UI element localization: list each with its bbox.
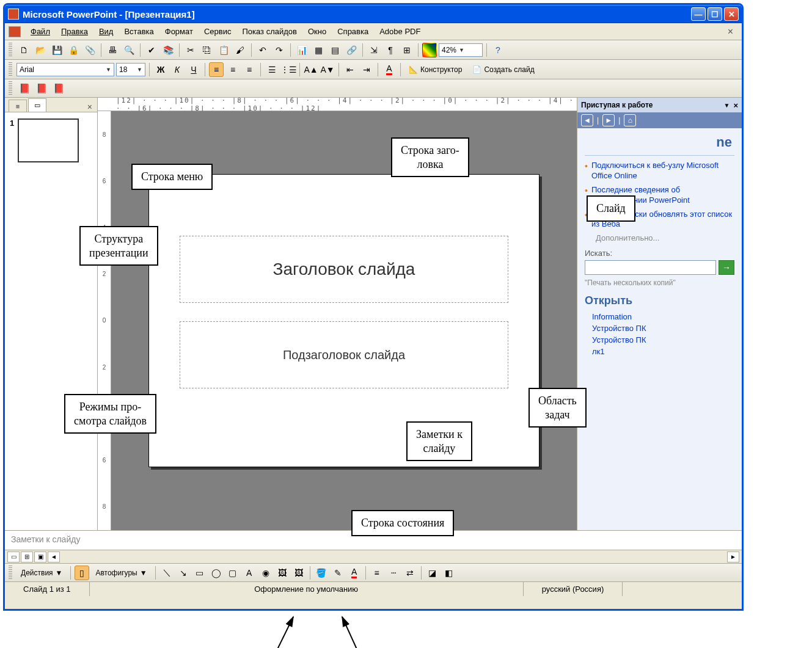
nav-home-icon[interactable]: ⌂ <box>624 114 636 126</box>
pdf-convert-icon[interactable]: 📕 <box>17 82 32 95</box>
maximize-button[interactable]: ☐ <box>708 7 722 21</box>
line-icon[interactable]: ＼ <box>159 566 174 580</box>
grid-icon[interactable]: ⊞ <box>400 43 414 57</box>
nav-back-icon[interactable]: ◄ <box>581 114 593 126</box>
bold-icon[interactable]: Ж <box>153 62 168 77</box>
help-icon[interactable]: ? <box>491 43 505 57</box>
recent-file[interactable]: Устройство ПК <box>592 335 734 344</box>
status-language[interactable]: русский (Россия) <box>524 582 623 596</box>
zoom-combo[interactable]: 42%▼ <box>439 43 483 57</box>
recent-file[interactable]: Information <box>592 312 734 321</box>
pdf-email-icon[interactable]: 📕 <box>34 82 49 95</box>
font-combo[interactable]: Arial▼ <box>16 63 114 76</box>
oval-icon[interactable]: ◯ <box>209 566 224 580</box>
subtitle-placeholder[interactable]: Подзаголовок слайда <box>180 321 508 388</box>
font-size-combo[interactable]: 18▼ <box>116 63 145 76</box>
rectangle-icon[interactable]: ▭ <box>192 566 207 580</box>
fill-color-icon[interactable]: 🪣 <box>314 566 329 580</box>
toolbar-grip[interactable] <box>9 566 12 580</box>
chart-icon[interactable]: 📊 <box>294 43 309 57</box>
copy-icon[interactable]: ⿻ <box>200 43 214 57</box>
font-color-icon[interactable]: A <box>382 62 397 77</box>
align-center-icon[interactable]: ≡ <box>225 62 240 77</box>
increase-indent-icon[interactable]: ⇥ <box>359 62 374 77</box>
color-icon[interactable] <box>422 43 437 57</box>
task-pane-close-icon[interactable]: × <box>733 101 738 110</box>
toolbar-grip[interactable] <box>9 43 12 57</box>
design-button[interactable]: 📐 Конструктор <box>404 62 466 77</box>
normal-view-button[interactable]: ▭ <box>7 552 20 562</box>
scroll-left-button[interactable]: ◄ <box>48 552 60 562</box>
new-slide-button[interactable]: 📄 Создать слайд <box>468 62 538 77</box>
line-style-icon[interactable]: ≡ <box>370 566 384 580</box>
new-icon[interactable]: 🗋 <box>16 43 31 57</box>
link-more[interactable]: Дополнительно... <box>596 233 734 242</box>
app-icon-small[interactable] <box>9 26 21 37</box>
3d-icon[interactable]: ◧ <box>442 566 456 580</box>
show-formatting-icon[interactable]: ¶ <box>383 43 398 57</box>
close-button[interactable]: ✕ <box>724 7 739 21</box>
arrow-icon[interactable]: ↘ <box>176 566 191 580</box>
recent-file[interactable]: лк1 <box>592 347 734 356</box>
paste-icon[interactable]: 📋 <box>216 43 231 57</box>
clipart-icon[interactable]: 🖼 <box>275 566 290 580</box>
menu-view[interactable]: Вид <box>94 25 119 38</box>
scroll-right-button[interactable]: ► <box>727 552 739 562</box>
bullets-icon[interactable]: ⋮☰ <box>281 62 296 77</box>
decrease-indent-icon[interactable]: ⇤ <box>343 62 357 77</box>
menu-file[interactable]: Файл <box>26 25 55 38</box>
menu-insert[interactable]: Вставка <box>119 25 158 38</box>
increase-font-icon[interactable]: A▲ <box>304 62 318 77</box>
diagram-icon[interactable]: ◉ <box>258 566 273 580</box>
menu-window[interactable]: Окно <box>303 25 331 38</box>
close-document-button[interactable]: × <box>723 26 738 37</box>
title-placeholder[interactable]: Заголовок слайда <box>180 236 508 303</box>
slide-canvas[interactable]: Заголовок слайда Подзаголовок слайда <box>148 174 540 467</box>
attach-icon[interactable]: 📎 <box>82 43 97 57</box>
link-connect-office-online[interactable]: •Подключиться к веб-узлу Microsoft Offic… <box>585 161 734 181</box>
open-icon[interactable]: 📂 <box>33 43 48 57</box>
pdf-review-icon[interactable]: 📕 <box>51 82 66 95</box>
arrow-style-icon[interactable]: ⇄ <box>403 566 417 580</box>
picture-icon[interactable]: 🖼 <box>291 566 306 580</box>
task-pane-header[interactable]: Приступая к работе ▼ × <box>577 98 742 112</box>
undo-icon[interactable]: ↶ <box>255 43 270 57</box>
menu-slideshow[interactable]: Показ слайдов <box>237 25 302 38</box>
hyperlink-icon[interactable]: 🔗 <box>344 43 359 57</box>
dash-style-icon[interactable]: ┄ <box>386 566 401 580</box>
search-input[interactable] <box>585 260 716 275</box>
sorter-view-button[interactable]: ⊞ <box>21 552 33 562</box>
recent-file[interactable]: Устройство ПК <box>592 324 734 333</box>
slideshow-view-button[interactable]: ▣ <box>34 552 46 562</box>
menu-adobe-pdf[interactable]: Adobe PDF <box>375 25 425 38</box>
font-color-icon[interactable]: A <box>347 566 362 580</box>
actions-menu[interactable]: Действия ▼ <box>16 566 67 580</box>
align-left-icon[interactable]: ≡ <box>209 62 224 77</box>
print-icon[interactable]: 🖶 <box>105 43 120 57</box>
table-icon[interactable]: ▦ <box>311 43 326 57</box>
slide-thumbnail[interactable] <box>18 118 79 162</box>
select-icon[interactable]: ▯ <box>75 566 89 580</box>
tab-outline[interactable]: ≡ <box>9 100 27 112</box>
textbox-icon[interactable]: ▢ <box>225 566 240 580</box>
tables-borders-icon[interactable]: ▤ <box>327 43 342 57</box>
task-pane-dropdown-icon[interactable]: ▼ <box>724 102 730 109</box>
redo-icon[interactable]: ↷ <box>272 43 287 57</box>
wordart-icon[interactable]: A <box>242 566 257 580</box>
search-go-button[interactable]: → <box>719 260 734 275</box>
align-right-icon[interactable]: ≡ <box>242 62 257 77</box>
menu-format[interactable]: Формат <box>160 25 198 38</box>
permission-icon[interactable]: 🔒 <box>66 43 81 57</box>
autoshapes-menu[interactable]: Автофигуры ▼ <box>91 566 151 580</box>
tab-slides[interactable]: ▭ <box>28 98 46 112</box>
spellcheck-icon[interactable]: ✔ <box>144 43 159 57</box>
outline-close-icon[interactable]: × <box>87 102 92 112</box>
shadow-icon[interactable]: ◪ <box>425 566 440 580</box>
format-painter-icon[interactable]: 🖌 <box>233 43 247 57</box>
underline-icon[interactable]: Ч <box>186 62 201 77</box>
decrease-font-icon[interactable]: A▼ <box>320 62 335 77</box>
save-icon[interactable]: 💾 <box>49 43 64 57</box>
line-color-icon[interactable]: ✎ <box>331 566 345 580</box>
cut-icon[interactable]: ✂ <box>183 43 198 57</box>
menu-help[interactable]: Справка <box>332 25 373 38</box>
